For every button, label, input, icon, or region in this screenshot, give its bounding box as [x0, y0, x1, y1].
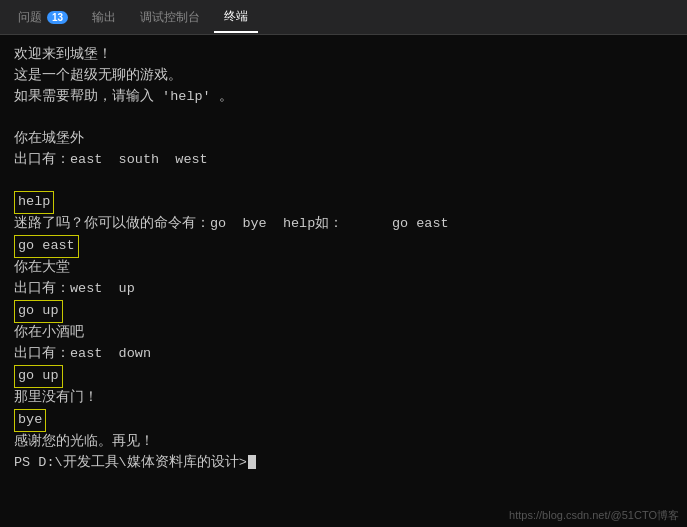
- terminal[interactable]: 欢迎来到城堡！这是一个超级无聊的游戏。如果需要帮助，请输入 'help' 。你在…: [0, 35, 687, 527]
- command-box: go up: [14, 300, 63, 323]
- terminal-output: 欢迎来到城堡！这是一个超级无聊的游戏。如果需要帮助，请输入 'help' 。你在…: [14, 45, 673, 473]
- terminal-line: go east: [14, 235, 673, 258]
- tab-output-label: 输出: [92, 9, 116, 26]
- terminal-line: 出口有：east down: [14, 344, 673, 365]
- terminal-line: help: [14, 191, 673, 214]
- terminal-line: 如果需要帮助，请输入 'help' 。: [14, 87, 673, 108]
- command-box: go east: [14, 235, 79, 258]
- terminal-cursor: [248, 455, 256, 469]
- tab-problems-badge: 13: [47, 11, 68, 24]
- command-box: bye: [14, 409, 46, 432]
- terminal-line: 欢迎来到城堡！: [14, 45, 673, 66]
- terminal-line: 那里没有门！: [14, 388, 673, 409]
- command-box: help: [14, 191, 54, 214]
- terminal-line: [14, 108, 673, 129]
- terminal-line: [14, 171, 673, 192]
- tab-terminal-label: 终端: [224, 8, 248, 25]
- command-box: go up: [14, 365, 63, 388]
- terminal-line: bye: [14, 409, 673, 432]
- terminal-line: 出口有：east south west: [14, 150, 673, 171]
- terminal-line: 感谢您的光临。再见！: [14, 432, 673, 453]
- tab-problems[interactable]: 问题 13: [8, 3, 78, 32]
- terminal-line: 你在城堡外: [14, 129, 673, 150]
- terminal-line: 你在大堂: [14, 258, 673, 279]
- terminal-line: PS D:\开发工具\媒体资料库的设计>: [14, 453, 673, 474]
- tab-bar: 问题 13 输出 调试控制台 终端: [0, 0, 687, 35]
- tab-debug-label: 调试控制台: [140, 9, 200, 26]
- watermark: https://blog.csdn.net/@51CTO博客: [509, 508, 679, 523]
- tab-debug[interactable]: 调试控制台: [130, 3, 210, 32]
- terminal-line: 这是一个超级无聊的游戏。: [14, 66, 673, 87]
- terminal-line: go up: [14, 365, 673, 388]
- terminal-line: 迷路了吗？你可以做的命令有：go bye help如： go east: [14, 214, 673, 235]
- tab-problems-label: 问题: [18, 9, 42, 26]
- tab-terminal[interactable]: 终端: [214, 2, 258, 33]
- terminal-line: go up: [14, 300, 673, 323]
- tab-output[interactable]: 输出: [82, 3, 126, 32]
- terminal-line: 你在小酒吧: [14, 323, 673, 344]
- terminal-line: 出口有：west up: [14, 279, 673, 300]
